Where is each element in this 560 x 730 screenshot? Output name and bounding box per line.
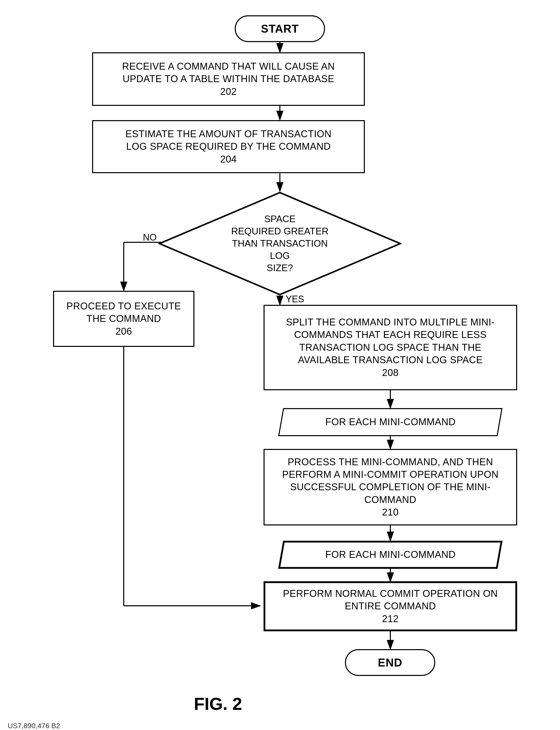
- fig-label: FIG. 2: [194, 694, 242, 714]
- flowchart-diagram: YES START RECEIVE A COMMAND THAT WILL CA…: [0, 0, 560, 730]
- node-212-label: PERFORM NORMAL COMMIT OPERATION ON ENTIR…: [283, 587, 498, 625]
- para-for-each-1-label: FOR EACH MINI-COMMAND: [325, 416, 456, 428]
- node-208: SPLIT THE COMMAND INTO MULTIPLE MINI- CO…: [264, 305, 517, 390]
- node-202: RECEIVE A COMMAND THAT WILL CAUSE AN UPD…: [92, 52, 365, 106]
- end-label: END: [378, 656, 402, 669]
- para-for-each-2: FOR EACH MINI-COMMAND: [278, 541, 502, 569]
- start-label: START: [261, 22, 299, 35]
- para-for-each-1: FOR EACH MINI-COMMAND: [278, 408, 502, 436]
- node-204-label: ESTIMATE THE AMOUNT OF TRANSACTION LOG S…: [125, 128, 331, 166]
- node-210-label: PROCESS THE MINI-COMMAND, AND THEN PERFO…: [282, 456, 499, 519]
- node-212: PERFORM NORMAL COMMIT OPERATION ON ENTIR…: [264, 581, 517, 631]
- patent-number: US7,890,476 B2: [8, 722, 60, 730]
- para-for-each-2-label: FOR EACH MINI-COMMAND: [325, 548, 456, 561]
- start-node: START: [235, 15, 325, 42]
- node-210: PROCESS THE MINI-COMMAND, AND THEN PERFO…: [264, 449, 517, 525]
- node-206: PROCEED TO EXECUTE THE COMMAND 206: [53, 291, 194, 347]
- node-206-label: PROCEED TO EXECUTE THE COMMAND 206: [67, 300, 181, 338]
- node-208-label: SPLIT THE COMMAND INTO MULTIPLE MINI- CO…: [286, 316, 495, 379]
- diamond-node: SPACE REQUIRED GREATER THAN TRANSACTION …: [158, 191, 402, 296]
- diamond-label: SPACE REQUIRED GREATER THAN TRANSACTION …: [231, 214, 329, 273]
- end-node: END: [345, 649, 435, 676]
- node-204: ESTIMATE THE AMOUNT OF TRANSACTION LOG S…: [92, 120, 365, 173]
- node-202-label: RECEIVE A COMMAND THAT WILL CAUSE AN UPD…: [122, 60, 335, 98]
- no-label: NO: [143, 232, 157, 243]
